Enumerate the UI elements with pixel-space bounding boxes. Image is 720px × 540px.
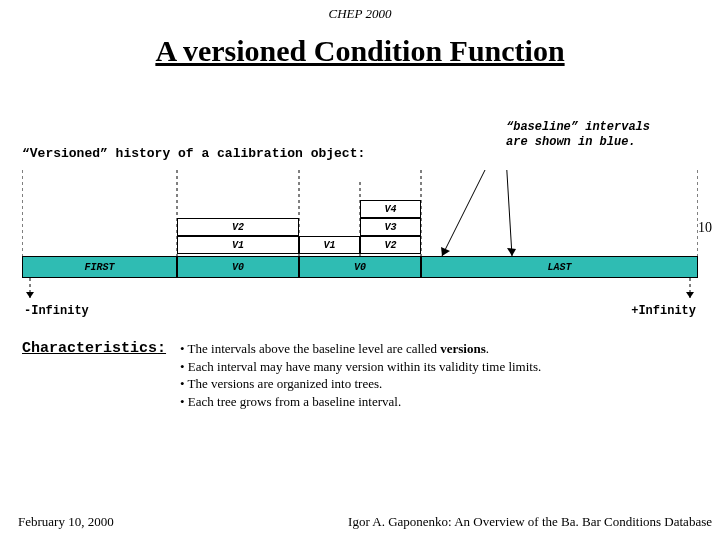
conference-label: CHEP 2000 <box>0 6 720 22</box>
subtitle-left: “Versioned” history of a calibration obj… <box>22 146 365 161</box>
ver-v1-left: V1 <box>177 236 299 254</box>
version-diagram: FIRST V0 V0 LAST V1 V2 V1 V2 V3 V4 -Infi… <box>22 170 698 310</box>
slide: CHEP 2000 A versioned Condition Function… <box>0 0 720 540</box>
footer-attribution: Igor A. Gaponenko: An Overview of the Ba… <box>348 514 712 530</box>
baseline-note-line1: “baseline” intervals <box>506 120 686 135</box>
baseline-last: LAST <box>421 256 698 278</box>
svg-line-12 <box>505 170 512 256</box>
footer-date: February 10, 2000 <box>18 514 114 530</box>
svg-marker-13 <box>507 248 516 256</box>
svg-marker-3 <box>686 292 694 298</box>
svg-marker-2 <box>26 292 34 298</box>
baseline-note-line2: are shown in blue. <box>506 135 686 150</box>
baseline-v0-a: V0 <box>177 256 299 278</box>
characteristics-heading: Characteristics <box>22 340 166 357</box>
ver-v3: V3 <box>360 218 421 236</box>
baseline-note: “baseline” intervals are shown in blue. <box>506 120 686 150</box>
minus-infinity-label: -Infinity <box>24 304 89 318</box>
svg-line-10 <box>442 170 500 256</box>
plus-infinity-label: +Infinity <box>631 304 696 318</box>
bullet-2: Each interval may have many version with… <box>180 358 690 376</box>
baseline-v0-b: V0 <box>299 256 421 278</box>
baseline-first: FIRST <box>22 256 177 278</box>
page-number: 10 <box>698 220 712 236</box>
ver-v1-mid: V1 <box>299 236 360 254</box>
bullet-1: The intervals above the baseline level a… <box>180 340 690 358</box>
ver-v4: V4 <box>360 200 421 218</box>
ver-v2-right: V2 <box>360 236 421 254</box>
ver-v2-left: V2 <box>177 218 299 236</box>
characteristics-list: The intervals above the baseline level a… <box>180 340 690 410</box>
bullet-3: The versions are organized into trees. <box>180 375 690 393</box>
page-title: A versioned Condition Function <box>0 34 720 68</box>
bullet-4: Each tree grows from a baseline interval… <box>180 393 690 411</box>
